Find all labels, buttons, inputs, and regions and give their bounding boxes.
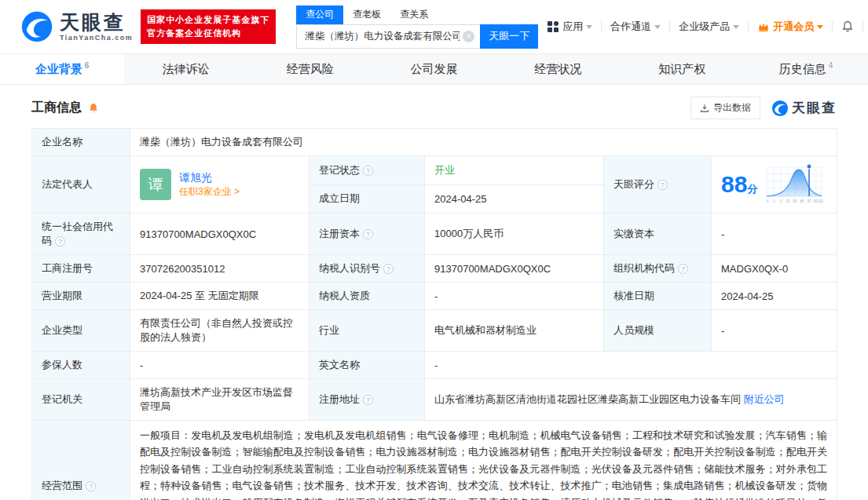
field-label: 英文名称	[309, 352, 425, 379]
section-title: 工商信息	[31, 100, 82, 116]
nearby-companies-link[interactable]: 附近公司	[744, 393, 785, 405]
nav-enterprise-products[interactable]: 企业级产品	[670, 20, 748, 34]
chevron-down-icon	[733, 25, 739, 29]
tab-label: 历史信息	[779, 62, 826, 77]
paid-capital-value: -	[712, 214, 837, 255]
field-label: 行业	[309, 310, 425, 352]
tab-operating-risk[interactable]: 经营风险	[248, 54, 372, 84]
establish-date-value: 2024-04-25	[425, 184, 604, 214]
certification-badge: 国家中小企业发展子基金旗下 官方备案企业征信机构	[141, 9, 276, 44]
help-icon[interactable]: ?	[363, 395, 373, 405]
score-distribution-chart: 0 1 3 15 50 85 97 99 100	[765, 162, 823, 206]
crown-icon	[757, 20, 770, 33]
help-icon[interactable]: ?	[55, 236, 65, 246]
tab-company-development[interactable]: 公司发展	[372, 54, 496, 84]
svg-text:100: 100	[819, 199, 824, 203]
chevron-down-icon	[817, 25, 823, 29]
legal-rep-tenure-link[interactable]: 任职3家企业 >	[179, 185, 240, 199]
help-icon[interactable]: ?	[657, 180, 668, 190]
search-block: 查公司 查老板 查关系 × 天眼一下	[296, 5, 538, 49]
help-icon[interactable]: ?	[383, 264, 394, 274]
reg-status-value: 开业	[425, 156, 604, 185]
table-row: 登记机关 潍坊高新技术产业开发区市场监督管理局 注册地址? 山东省潍坊高新区清池…	[32, 379, 837, 421]
tab-operating-status[interactable]: 经营状况	[496, 54, 620, 84]
score-unit: 分	[747, 183, 757, 195]
certification-badge-line1: 国家中小企业发展子基金旗下	[147, 13, 269, 27]
staff-size-value: -	[712, 310, 837, 352]
field-label-text: 注册地址	[319, 393, 360, 405]
nav-notifications[interactable]	[833, 20, 863, 33]
reg-address-value: 山东省潍坊高新区清池街道花园社区潍柴高新工业园区电力设备车间 附近公司	[425, 379, 837, 421]
taxpayer-quality-value: -	[425, 283, 604, 310]
brand-domain: TianYanCha.com	[60, 35, 133, 42]
alarm-bell-icon[interactable]	[87, 102, 100, 115]
reg-capital-value: 10000万人民币	[425, 214, 604, 255]
svg-text:3: 3	[780, 199, 782, 203]
org-code-value: MADGX0QX-0	[712, 255, 837, 283]
field-label: 企业类型	[32, 310, 130, 352]
field-label: 注册地址?	[309, 379, 425, 421]
tab-history-info[interactable]: 历史信息 4	[744, 54, 868, 84]
field-label: 营业期限	[32, 283, 130, 310]
certification-badge-line2: 官方备案企业征信机构	[147, 27, 269, 40]
chevron-down-icon	[586, 25, 592, 29]
field-label: 实缴资本	[604, 214, 712, 255]
nav-cooperation[interactable]: 合作通道	[602, 20, 669, 34]
search-tab-relation[interactable]: 查关系	[390, 5, 438, 24]
watermark-text: 天眼查	[792, 99, 837, 117]
export-data-label: 导出数据	[713, 101, 751, 115]
tab-intellectual-property[interactable]: 知识产权	[620, 54, 744, 84]
tab-label: 法律诉讼	[163, 62, 210, 77]
tianyancha-swirl-icon	[771, 100, 789, 117]
search-tab-company[interactable]: 查公司	[296, 5, 343, 24]
company-type-value: 有限责任公司（非自然人投资或控股的法人独资）	[130, 310, 309, 352]
tab-label: 经营风险	[287, 62, 334, 77]
field-label: 纳税人资质	[309, 283, 425, 310]
field-label: 登记状态?	[309, 156, 425, 185]
approval-date-value: 2024-04-25	[712, 283, 837, 310]
reg-number-value: 370726200351012	[130, 255, 309, 283]
nav-vip-label: 开通会员	[773, 20, 814, 34]
nav-enterprise-label: 企业级产品	[679, 20, 730, 34]
field-label: 纳税人识别号?	[309, 255, 425, 283]
clear-icon[interactable]: ×	[463, 31, 474, 42]
field-label: 企业名称	[32, 129, 130, 156]
svg-text:0: 0	[767, 199, 769, 203]
nav-vip-membership[interactable]: 开通会员	[749, 20, 832, 34]
header-nav: 应用 合作通道 企业级产品 开通会员	[538, 20, 868, 34]
watermark-logo: 天眼查	[771, 99, 837, 117]
legal-rep-name-link[interactable]: 谭旭光	[179, 171, 212, 184]
field-label: 经营范围?	[32, 421, 130, 500]
help-icon[interactable]: ?	[363, 166, 373, 176]
tab-label: 经营状况	[534, 62, 581, 77]
tab-badge: 6	[85, 61, 90, 70]
field-label-text: 注册资本	[319, 228, 360, 239]
table-row: 统一社会信用代码? 91370700MADGX0QX0C 注册资本? 10000…	[32, 214, 837, 255]
nav-user-menu[interactable]: 费米	[863, 20, 868, 34]
reg-address-text: 山东省潍坊高新区清池街道花园社区潍柴高新工业园区电力设备车间	[434, 393, 741, 405]
export-data-button[interactable]: 导出数据	[690, 97, 760, 119]
tianyan-score-cell[interactable]: 88分	[712, 156, 837, 214]
nav-apps[interactable]: 应用	[538, 20, 601, 34]
field-label: 统一社会信用代码?	[32, 214, 130, 255]
tab-badge: 4	[829, 61, 833, 70]
help-icon[interactable]: ?	[678, 264, 688, 274]
table-row: 企业名称 潍柴（潍坊）电力设备成套有限公司	[32, 129, 837, 156]
business-info-table: 企业名称 潍柴（潍坊）电力设备成套有限公司 法定代表人 谭 谭旭光 任职3家企业…	[31, 128, 837, 500]
tab-legal-proceedings[interactable]: 法律诉讼	[124, 54, 248, 84]
company-name-value: 潍柴（潍坊）电力设备成套有限公司	[130, 129, 837, 156]
top-header: 天眼查 TianYanCha.com 国家中小企业发展子基金旗下 官方备案企业征…	[0, 0, 868, 53]
bell-icon	[841, 20, 854, 33]
search-tab-boss[interactable]: 查老板	[343, 5, 390, 24]
tianyancha-logo[interactable]: 天眼查 TianYanCha.com	[20, 10, 133, 43]
search-button[interactable]: 天眼一下	[480, 24, 538, 49]
avatar[interactable]: 谭	[140, 169, 171, 200]
search-input[interactable]	[296, 24, 480, 49]
status-badge: 开业	[434, 164, 455, 176]
tab-label: 企业背景	[35, 62, 82, 77]
tab-business-background[interactable]: 企业背景 6	[0, 54, 124, 84]
help-icon[interactable]: ?	[86, 481, 96, 491]
help-icon[interactable]: ?	[363, 229, 373, 239]
section-header: 工商信息 导出数据 天眼查	[0, 85, 868, 128]
nav-cooperation-label: 合作通道	[610, 20, 651, 34]
